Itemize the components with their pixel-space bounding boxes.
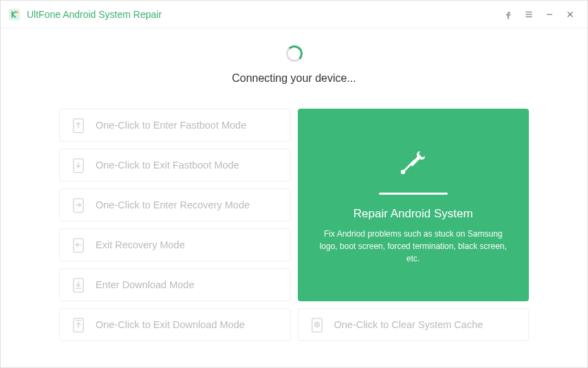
menu-icon[interactable] bbox=[519, 4, 539, 25]
svg-rect-11 bbox=[74, 239, 83, 252]
status-text: Connecting your device... bbox=[59, 72, 529, 85]
phone-clear-icon bbox=[311, 317, 323, 332]
card-label: One-Click to Exit Fastboot Mode bbox=[96, 160, 239, 171]
titlebar-left: UltFone Android System Repair bbox=[8, 8, 162, 21]
card-label: Exit Recovery Mode bbox=[96, 239, 185, 250]
enter-download-card[interactable]: Enter Download Mode bbox=[59, 268, 291, 301]
tools-icon bbox=[396, 146, 431, 183]
phone-download-icon bbox=[72, 277, 85, 292]
svg-rect-0 bbox=[9, 8, 21, 20]
app-window: UltFone Android System Repair Connecting… bbox=[0, 0, 588, 368]
clear-cache-card[interactable]: One-Click to Clear System Cache bbox=[298, 308, 530, 341]
card-label: Enter Download Mode bbox=[96, 279, 194, 290]
feature-description: Fix Andriod problems such as stuck on Sa… bbox=[312, 228, 516, 265]
app-logo-icon bbox=[8, 8, 21, 21]
svg-point-1 bbox=[16, 11, 18, 13]
content-area: Connecting your device... One-Click to E… bbox=[1, 28, 587, 362]
facebook-icon[interactable] bbox=[498, 4, 519, 25]
exit-fastboot-card[interactable]: One-Click to Exit Fastboot Mode bbox=[59, 149, 291, 182]
phone-up-icon bbox=[72, 118, 85, 133]
titlebar: UltFone Android System Repair bbox=[1, 1, 587, 28]
card-label: One-Click to Clear System Cache bbox=[334, 319, 483, 330]
phone-exit-icon bbox=[72, 237, 85, 252]
status-section: Connecting your device... bbox=[59, 45, 529, 85]
phone-enter-icon bbox=[72, 197, 85, 213]
svg-point-13 bbox=[402, 171, 404, 173]
enter-fastboot-card[interactable]: One-Click to Enter Fastboot Mode bbox=[59, 109, 291, 142]
exit-recovery-card[interactable]: Exit Recovery Mode bbox=[59, 228, 291, 261]
repair-system-card[interactable]: Repair Android System Fix Andriod proble… bbox=[298, 109, 530, 301]
feature-divider bbox=[379, 193, 448, 195]
feature-title: Repair Android System bbox=[353, 207, 473, 221]
options-grid: One-Click to Enter Fastboot Mode One-Cli… bbox=[59, 109, 529, 341]
app-title: UltFone Android System Repair bbox=[27, 9, 162, 20]
titlebar-controls bbox=[498, 4, 580, 25]
exit-download-card[interactable]: One-Click to Exit Download Mode bbox=[59, 308, 291, 341]
phone-upload-icon bbox=[72, 317, 85, 332]
svg-rect-10 bbox=[74, 199, 83, 213]
card-label: One-Click to Enter Fastboot Mode bbox=[96, 120, 246, 131]
phone-down-icon bbox=[72, 158, 85, 173]
enter-recovery-card[interactable]: One-Click to Enter Recovery Mode bbox=[59, 188, 291, 221]
card-label: One-Click to Enter Recovery Mode bbox=[96, 199, 250, 210]
loading-spinner-icon bbox=[286, 45, 303, 62]
card-label: One-Click to Exit Download Mode bbox=[96, 319, 245, 330]
minimize-icon[interactable] bbox=[539, 4, 560, 25]
close-icon[interactable] bbox=[560, 4, 580, 25]
